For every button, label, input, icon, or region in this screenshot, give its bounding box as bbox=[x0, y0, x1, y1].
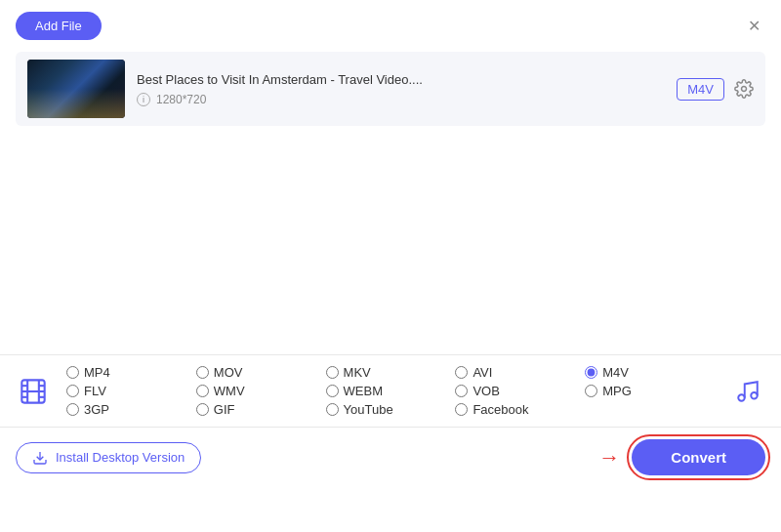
file-meta: i 1280*720 bbox=[137, 93, 665, 106]
footer-right: → Convert bbox=[598, 439, 765, 475]
format-facebook[interactable]: Facebook bbox=[455, 402, 585, 417]
svg-point-10 bbox=[751, 392, 758, 399]
film-icon bbox=[20, 378, 47, 405]
file-resolution: 1280*720 bbox=[156, 93, 206, 106]
music-icon bbox=[735, 379, 760, 404]
footer: Install Desktop Version → Convert bbox=[0, 428, 781, 487]
format-mpg[interactable]: MPG bbox=[585, 384, 715, 398]
svg-point-9 bbox=[738, 394, 745, 401]
settings-button[interactable] bbox=[734, 79, 754, 99]
file-thumbnail bbox=[27, 60, 125, 118]
format-3gp[interactable]: 3GP bbox=[66, 402, 196, 417]
format-gif[interactable]: GIF bbox=[196, 402, 326, 417]
gear-icon bbox=[734, 79, 754, 99]
middle-area bbox=[0, 130, 781, 354]
close-button[interactable]: ✕ bbox=[742, 15, 765, 38]
format-wmv[interactable]: WMV bbox=[196, 384, 326, 398]
install-desktop-button[interactable]: Install Desktop Version bbox=[16, 442, 201, 473]
arrow-right-icon: → bbox=[598, 445, 620, 471]
thumbnail-image bbox=[27, 60, 125, 118]
format-bar: MP4 MOV MKV AVI M4V FLV WMV WEBM VOB MPG bbox=[0, 354, 781, 428]
format-vob[interactable]: VOB bbox=[455, 384, 585, 398]
audio-format-tab[interactable] bbox=[722, 360, 773, 423]
convert-button[interactable]: Convert bbox=[632, 439, 765, 475]
format-mov[interactable]: MOV bbox=[196, 365, 326, 380]
info-icon: i bbox=[137, 93, 150, 106]
video-format-tab[interactable] bbox=[8, 360, 59, 423]
install-label: Install Desktop Version bbox=[56, 450, 185, 465]
format-mp4[interactable]: MP4 bbox=[66, 365, 196, 380]
format-youtube[interactable]: YouTube bbox=[326, 402, 456, 417]
download-icon bbox=[32, 450, 48, 466]
format-avi[interactable]: AVI bbox=[455, 365, 585, 380]
format-badge[interactable]: M4V bbox=[677, 78, 724, 101]
file-info: Best Places to Visit In Amsterdam - Trav… bbox=[137, 72, 665, 106]
format-m4v[interactable]: M4V bbox=[585, 365, 715, 380]
format-mkv[interactable]: MKV bbox=[326, 365, 456, 380]
add-file-button[interactable]: Add File bbox=[16, 12, 102, 40]
svg-point-0 bbox=[742, 87, 747, 92]
file-actions: M4V bbox=[677, 78, 754, 101]
header: Add File ✕ bbox=[0, 0, 781, 48]
file-item: Best Places to Visit In Amsterdam - Trav… bbox=[16, 52, 765, 126]
format-flv[interactable]: FLV bbox=[66, 384, 196, 398]
format-webm[interactable]: WEBM bbox=[326, 384, 456, 398]
file-name: Best Places to Visit In Amsterdam - Trav… bbox=[137, 72, 665, 87]
file-list: Best Places to Visit In Amsterdam - Trav… bbox=[0, 48, 781, 130]
format-options: MP4 MOV MKV AVI M4V FLV WMV WEBM VOB MPG bbox=[59, 355, 722, 427]
